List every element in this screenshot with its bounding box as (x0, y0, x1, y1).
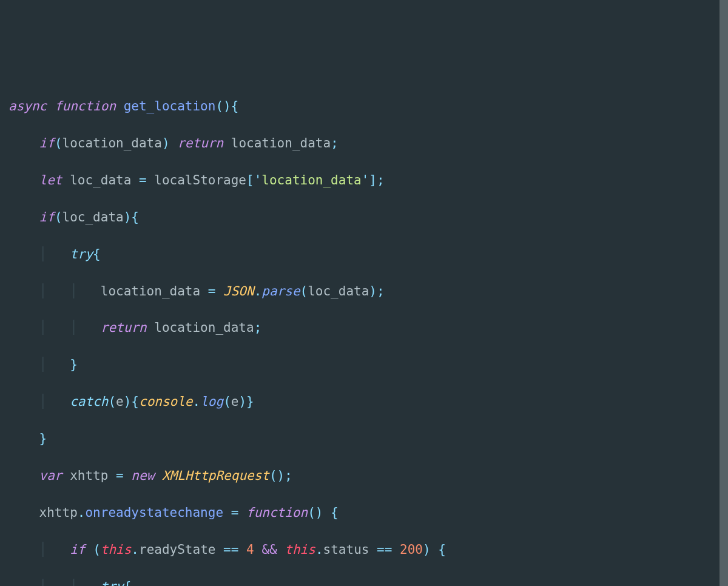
object: console (139, 394, 193, 409)
paren: ( (300, 284, 308, 298)
property: onreadystatechange (85, 505, 223, 520)
method-name: log (200, 394, 223, 409)
dot: . (131, 542, 139, 557)
code-line: let loc_data = localStorage['location_da… (8, 171, 728, 189)
identifier: xhttp (70, 468, 108, 483)
keyword-if: if (39, 136, 55, 150)
bracket: [ (246, 173, 254, 187)
paren: () (308, 505, 323, 520)
code-line: if(loc_data){ (8, 208, 728, 226)
paren: ( (223, 394, 231, 409)
keyword-this: this (101, 542, 132, 557)
keyword-if: if (39, 210, 55, 224)
keyword-try: try (70, 247, 93, 261)
number: 4 (246, 542, 254, 557)
operator: = (231, 505, 239, 520)
paren: ( (55, 136, 62, 150)
identifier: loc_data (308, 284, 369, 298)
code-line: │ catch(e){console.log(e)} (8, 392, 728, 411)
paren: ) (162, 136, 170, 150)
property: status (323, 542, 369, 557)
semicolon: ; (285, 468, 292, 483)
class-name: JSON (223, 284, 254, 298)
identifier: loc_data (70, 173, 131, 187)
bracket: ] (369, 173, 377, 187)
operator: = (208, 284, 216, 298)
identifier: location_data (154, 320, 254, 335)
identifier: xhttp (39, 505, 78, 520)
identifier: loc_data (62, 210, 124, 224)
brace: } (70, 357, 78, 372)
paren: ( (93, 542, 101, 557)
dot: . (315, 542, 323, 557)
identifier: e (116, 394, 124, 409)
paren: ) (238, 394, 246, 409)
code-line: if(location_data) return location_data; (8, 134, 728, 152)
code-line: async function get_location(){ (8, 97, 728, 115)
code-line: │ │ try{ (8, 578, 728, 586)
string: location_data (261, 173, 361, 187)
identifier: e (231, 394, 239, 409)
code-line: │ │ location_data = JSON.parse(loc_data)… (8, 282, 728, 300)
brace: { (131, 210, 139, 224)
brace: } (246, 394, 254, 409)
dot: . (78, 505, 86, 520)
operator: == (223, 542, 238, 557)
operator: = (139, 173, 147, 187)
paren: ) (423, 542, 431, 557)
code-line: │ } (8, 355, 728, 374)
keyword-new: new (131, 468, 154, 483)
method-name: parse (261, 284, 300, 298)
keyword-if: if (70, 542, 85, 557)
property: readyState (139, 542, 215, 557)
code-line: │ if (this.readyState == 4 && this.statu… (8, 541, 728, 559)
paren: ( (55, 210, 62, 224)
fn-name: get_location (124, 99, 216, 113)
keyword-return: return (101, 320, 147, 335)
quote: ' (362, 173, 369, 187)
identifier: localStorage (154, 173, 246, 187)
scrollbar[interactable] (720, 0, 728, 586)
dot: . (193, 394, 201, 409)
code-line: │ try{ (8, 245, 728, 263)
keyword-try: try (101, 579, 124, 586)
keyword-return: return (177, 136, 223, 150)
brace: { (131, 394, 139, 409)
brace: { (438, 542, 446, 557)
class-name: XMLHttpRequest (162, 468, 269, 483)
operator: && (261, 542, 277, 557)
brace: { (231, 99, 239, 113)
keyword-var: var (39, 468, 62, 483)
semicolon: ; (331, 136, 339, 150)
dot: . (254, 284, 262, 298)
paren: ) (124, 210, 132, 224)
identifier: location_data (231, 136, 331, 150)
code-line: var xhttp = new XMLHttpRequest(); (8, 466, 728, 485)
keyword-catch: catch (70, 394, 108, 409)
brace: { (124, 579, 132, 586)
brace: { (331, 505, 339, 520)
semicolon: ; (377, 173, 385, 187)
code-line: } (8, 429, 728, 448)
paren: ) (369, 284, 377, 298)
paren: ) (124, 394, 132, 409)
keyword-let: let (39, 173, 62, 187)
identifier: location_data (101, 284, 200, 298)
code-line: xhttp.onreadystatechange = function() { (8, 503, 728, 522)
quote: ' (254, 173, 262, 187)
code-line: │ │ return location_data; (8, 318, 728, 337)
semicolon: ; (254, 320, 262, 335)
keyword-function: function (246, 505, 308, 520)
code-editor[interactable]: async function get_location(){ if(locati… (8, 79, 728, 586)
keyword-function: function (55, 99, 116, 113)
number: 200 (400, 542, 423, 557)
paren: ( (108, 394, 116, 409)
keyword-async: async (8, 99, 47, 113)
operator: == (377, 542, 392, 557)
semicolon: ; (377, 284, 385, 298)
keyword-this: this (285, 542, 315, 557)
paren: () (215, 99, 231, 113)
identifier: location_data (62, 136, 162, 150)
paren: () (269, 468, 285, 483)
brace: } (39, 431, 47, 446)
